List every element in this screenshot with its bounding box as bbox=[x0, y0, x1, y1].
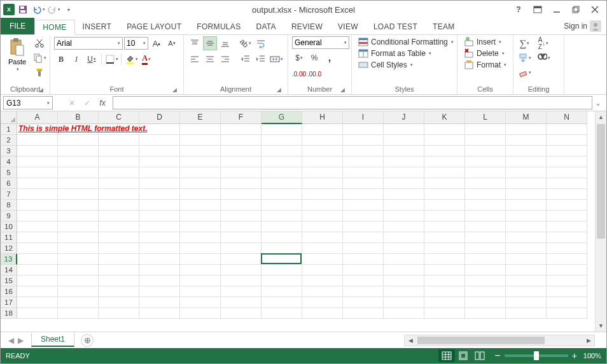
column-header[interactable]: F bbox=[221, 111, 262, 124]
cell[interactable] bbox=[99, 297, 139, 308]
cell[interactable] bbox=[58, 276, 99, 286]
cell[interactable] bbox=[506, 211, 547, 221]
cell[interactable] bbox=[547, 178, 587, 189]
cell[interactable] bbox=[302, 276, 343, 286]
increase-font-button[interactable]: A▴ bbox=[150, 36, 164, 50]
cell[interactable] bbox=[17, 276, 58, 286]
cell[interactable] bbox=[465, 124, 506, 135]
cell[interactable] bbox=[302, 265, 343, 276]
cell[interactable] bbox=[58, 243, 99, 254]
align-bottom-button[interactable] bbox=[218, 36, 232, 50]
cell[interactable] bbox=[17, 211, 58, 221]
cell[interactable] bbox=[139, 178, 180, 189]
cell[interactable] bbox=[139, 146, 180, 157]
cell[interactable] bbox=[547, 135, 587, 146]
sheet-nav-next[interactable]: ▶ bbox=[17, 335, 25, 346]
cell[interactable] bbox=[302, 124, 343, 135]
cell[interactable] bbox=[180, 232, 221, 243]
cell[interactable] bbox=[262, 243, 302, 254]
cell[interactable] bbox=[302, 254, 343, 265]
column-header[interactable]: B bbox=[58, 111, 99, 124]
cell[interactable] bbox=[17, 189, 58, 200]
format-cells-button[interactable]: Format▾ bbox=[461, 59, 509, 71]
cell[interactable] bbox=[99, 167, 139, 178]
row-header[interactable]: 7 bbox=[1, 189, 17, 200]
font-color-button[interactable]: A▾ bbox=[139, 52, 153, 66]
cell[interactable] bbox=[465, 135, 506, 146]
cell[interactable] bbox=[465, 189, 506, 200]
cell[interactable] bbox=[424, 232, 465, 243]
cell[interactable] bbox=[17, 135, 58, 146]
cell[interactable] bbox=[384, 232, 424, 243]
formula-bar-input[interactable] bbox=[113, 96, 592, 109]
column-header[interactable]: K bbox=[424, 111, 465, 124]
cell[interactable] bbox=[465, 146, 506, 157]
cell[interactable] bbox=[302, 178, 343, 189]
cell[interactable] bbox=[506, 286, 547, 297]
row-header[interactable]: 6 bbox=[1, 178, 17, 189]
cell[interactable] bbox=[343, 157, 384, 167]
cell[interactable] bbox=[180, 297, 221, 308]
cell[interactable] bbox=[424, 146, 465, 157]
tab-review[interactable]: REVIEW bbox=[284, 19, 330, 34]
accounting-format-button[interactable]: $▾ bbox=[292, 51, 306, 65]
row-header[interactable]: 11 bbox=[1, 232, 17, 243]
cell[interactable] bbox=[262, 146, 302, 157]
cell[interactable] bbox=[139, 254, 180, 265]
select-all-corner[interactable] bbox=[1, 111, 17, 124]
cell[interactable] bbox=[465, 178, 506, 189]
number-launcher[interactable]: ◢ bbox=[338, 87, 346, 94]
cancel-formula-button[interactable]: ✕ bbox=[64, 96, 80, 110]
cell[interactable] bbox=[343, 124, 384, 135]
cell[interactable] bbox=[547, 297, 587, 308]
cell[interactable] bbox=[262, 297, 302, 308]
page-break-view-button[interactable] bbox=[471, 349, 488, 362]
cell[interactable] bbox=[547, 221, 587, 232]
cell[interactable] bbox=[58, 135, 99, 146]
restore-button[interactable] bbox=[567, 3, 585, 17]
row-header[interactable]: 15 bbox=[1, 276, 17, 286]
cell[interactable] bbox=[506, 308, 547, 319]
column-header[interactable]: I bbox=[343, 111, 384, 124]
cell[interactable] bbox=[58, 200, 99, 211]
decrease-indent-button[interactable] bbox=[239, 52, 253, 66]
sign-in-link[interactable]: Sign in bbox=[564, 22, 587, 31]
cell[interactable] bbox=[180, 124, 221, 135]
autosum-button[interactable]: ∑▾ bbox=[517, 36, 531, 50]
cell[interactable] bbox=[424, 167, 465, 178]
paste-button[interactable]: Paste ▾ bbox=[4, 36, 30, 73]
cell[interactable] bbox=[99, 276, 139, 286]
cell[interactable] bbox=[384, 297, 424, 308]
ribbon-options-button[interactable] bbox=[529, 3, 547, 17]
row-header[interactable]: 16 bbox=[1, 286, 17, 297]
row-header[interactable]: 9 bbox=[1, 211, 17, 221]
column-header[interactable]: C bbox=[99, 111, 139, 124]
cell[interactable] bbox=[180, 157, 221, 167]
cell[interactable] bbox=[17, 297, 58, 308]
cell[interactable] bbox=[424, 221, 465, 232]
cell[interactable] bbox=[17, 265, 58, 276]
formula-bar-expand-button[interactable]: ⌄ bbox=[592, 99, 604, 108]
cell[interactable] bbox=[302, 297, 343, 308]
zoom-out-button[interactable]: − bbox=[494, 350, 500, 361]
cell[interactable] bbox=[58, 167, 99, 178]
cell[interactable] bbox=[180, 221, 221, 232]
cell[interactable] bbox=[262, 157, 302, 167]
cell[interactable] bbox=[384, 276, 424, 286]
cell[interactable] bbox=[343, 308, 384, 319]
vertical-scrollbar[interactable]: ▲ ▼ bbox=[595, 111, 606, 332]
cell[interactable] bbox=[424, 286, 465, 297]
align-right-button[interactable] bbox=[218, 52, 232, 66]
cell[interactable] bbox=[99, 232, 139, 243]
font-name-combo[interactable]: Arial▾ bbox=[54, 37, 123, 50]
cell[interactable] bbox=[262, 254, 302, 265]
cell[interactable] bbox=[221, 276, 262, 286]
cell[interactable] bbox=[465, 167, 506, 178]
cell[interactable] bbox=[424, 308, 465, 319]
cell[interactable] bbox=[547, 254, 587, 265]
cell[interactable] bbox=[262, 178, 302, 189]
cell[interactable] bbox=[58, 286, 99, 297]
cell[interactable] bbox=[384, 146, 424, 157]
cell[interactable] bbox=[424, 178, 465, 189]
cell[interactable] bbox=[343, 232, 384, 243]
